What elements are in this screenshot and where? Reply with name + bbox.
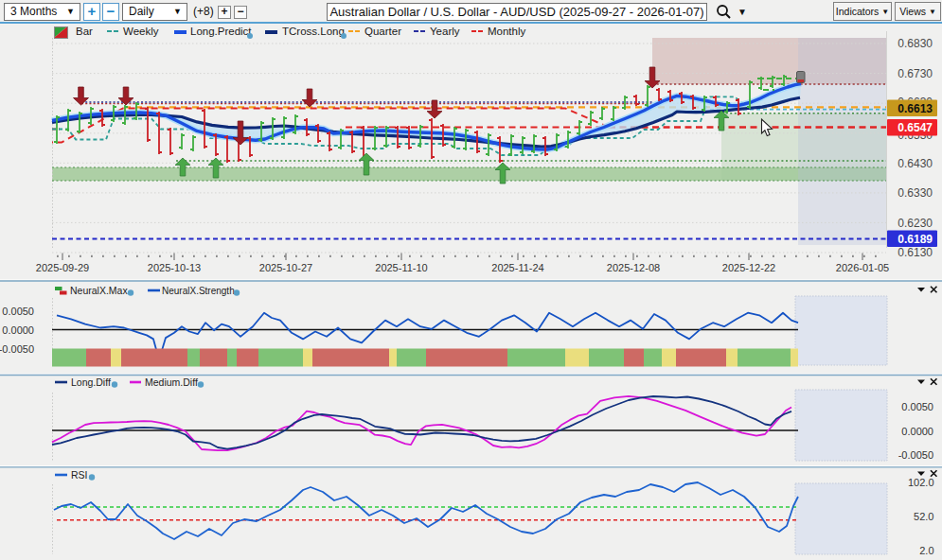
svg-text:-0.0050: -0.0050 [0,343,34,355]
svg-text:2025-11-24: 2025-11-24 [491,262,543,273]
svg-text:Medium.Diff: Medium.Diff [145,376,198,388]
svg-text:0.6730: 0.6730 [898,67,933,80]
svg-text:0.6130: 0.6130 [898,246,933,259]
svg-text:NeuralX.Strength: NeuralX.Strength [162,286,235,296]
svg-text:RSI: RSI [71,469,88,481]
svg-text:0.6547: 0.6547 [898,121,933,134]
svg-text:52.0: 52.0 [914,511,933,522]
svg-text:0.0050: 0.0050 [2,306,34,317]
svg-text:0.0000: 0.0000 [901,426,933,437]
svg-text:0.6330: 0.6330 [898,186,933,200]
svg-text:Long.Diff: Long.Diff [71,376,111,388]
svg-text:0.0050: 0.0050 [901,401,933,412]
svg-text:0.0000: 0.0000 [2,324,34,336]
svg-text:-0.0050: -0.0050 [898,449,933,461]
svg-text:0.6613: 0.6613 [898,102,933,115]
svg-text:2025-09-29: 2025-09-29 [36,262,89,273]
svg-text:2.0: 2.0 [919,545,933,556]
svg-text:0.6189: 0.6189 [898,233,933,246]
svg-text:2025-10-13: 2025-10-13 [148,262,201,273]
svg-text:2025-10-27: 2025-10-27 [259,262,312,273]
svg-text:102.0: 102.0 [908,477,934,488]
svg-text:0.6830: 0.6830 [898,37,933,50]
svg-text:2026-01-05: 2026-01-05 [836,262,889,273]
svg-text:NeuralX.Max: NeuralX.Max [70,285,128,296]
svg-text:2025-11-10: 2025-11-10 [375,262,427,273]
svg-text:0.6230: 0.6230 [898,217,933,230]
svg-text:0.6430: 0.6430 [898,157,933,170]
svg-text:2025-12-08: 2025-12-08 [607,262,660,273]
svg-text:2025-12-22: 2025-12-22 [722,262,775,273]
